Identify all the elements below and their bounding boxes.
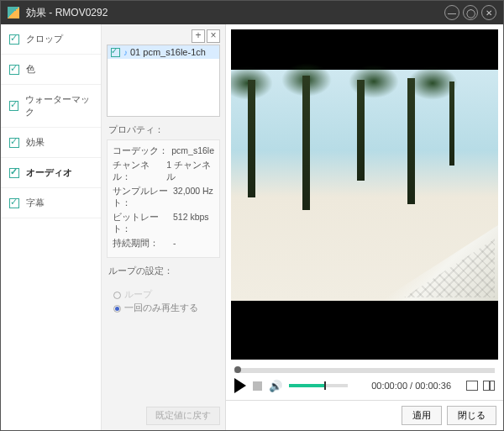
checkbox-icon[interactable] (111, 48, 120, 57)
compare-button[interactable] (483, 381, 495, 391)
track-row[interactable]: ♪ 01 pcm_s16le-1ch (108, 45, 219, 59)
apply-button[interactable]: 適用 (402, 406, 442, 425)
sidebar-item-label: 効果 (26, 136, 45, 149)
track-list[interactable]: ♪ 01 pcm_s16le-1ch (107, 45, 220, 117)
sidebar-item-audio[interactable]: オーディオ (1, 158, 101, 188)
maximize-button[interactable]: ◯ (463, 5, 478, 20)
properties-panel: + × ♪ 01 pcm_s16le-1ch プロパティ： コーデック：pcm_… (102, 24, 226, 430)
video-preview[interactable] (231, 29, 498, 360)
loop-title: ループの設定： (108, 265, 220, 277)
prop-value: 1 チャンネル (166, 160, 214, 183)
prop-key: ビットレート： (113, 212, 173, 235)
option-label: 一回のみ再生する (124, 302, 198, 314)
prop-value: 32,000 Hz (173, 186, 213, 209)
prop-key: チャンネル： (113, 160, 166, 183)
close-window-button[interactable]: ✕ (481, 5, 496, 20)
sidebar-item-label: ウォーターマック (25, 93, 92, 118)
add-track-button[interactable]: + (192, 29, 205, 43)
window-title: 効果 - RMOV0292 (26, 6, 108, 20)
sidebar-item-label: 字幕 (26, 197, 45, 209)
sidebar-item-crop[interactable]: クロップ (1, 24, 101, 55)
sidebar: クロップ 色 ウォーターマック 効果 オーディオ 字幕 (1, 24, 102, 430)
volume-icon[interactable]: 🔊 (269, 380, 282, 392)
sidebar-item-label: 色 (26, 63, 35, 76)
radio-icon (113, 305, 121, 313)
track-label: 01 pcm_s16le-1ch (130, 47, 206, 57)
properties-title: プロパティ： (108, 124, 220, 136)
sidebar-item-effect[interactable]: 効果 (1, 128, 101, 158)
properties-box: コーデック：pcm_s16le チャンネル：1 チャンネル サンプルレート：32… (107, 139, 220, 258)
loop-settings: ループ 一回のみ再生する (107, 286, 220, 318)
prop-key: サンプルレート： (113, 186, 173, 209)
titlebar: 効果 - RMOV0292 — ◯ ✕ (1, 1, 503, 24)
loop-option-once[interactable]: 一回のみ再生する (113, 302, 218, 314)
scrub-handle[interactable] (234, 366, 241, 373)
dialog-footer: 適用 閉じる (226, 400, 503, 430)
checkbox-icon (9, 65, 19, 75)
sidebar-item-color[interactable]: 色 (1, 55, 101, 85)
time-display: 00:00:00 / 00:00:36 (371, 381, 451, 391)
checkbox-icon (9, 168, 19, 178)
sidebar-item-label: クロップ (26, 33, 63, 45)
checkbox-icon (9, 101, 18, 111)
option-label: ループ (124, 289, 152, 301)
preview-panel: 🔊 00:00:00 / 00:00:36 適用 閉じる (226, 24, 503, 430)
sidebar-item-label: オーディオ (26, 166, 72, 179)
stop-button[interactable] (253, 381, 262, 391)
scrub-bar[interactable] (234, 368, 495, 373)
checkbox-icon (9, 138, 19, 148)
prop-key: コーデック： (113, 145, 171, 157)
checkbox-icon (9, 198, 19, 208)
loop-option-loop[interactable]: ループ (113, 289, 218, 301)
checkbox-icon (9, 34, 19, 45)
radio-icon (113, 292, 121, 299)
reset-defaults-button[interactable]: 既定値に戻す (146, 407, 220, 425)
prop-key: 持続期間： (113, 238, 173, 250)
prop-value: 512 kbps (173, 212, 209, 235)
playback-controls: 🔊 00:00:00 / 00:00:36 (226, 373, 503, 400)
sidebar-item-subtitle[interactable]: 字幕 (1, 188, 101, 218)
app-icon (8, 7, 19, 18)
close-button[interactable]: 閉じる (447, 406, 496, 425)
volume-slider[interactable] (289, 384, 348, 387)
prop-value: - (173, 238, 176, 250)
prop-value: pcm_s16le (171, 145, 214, 157)
snapshot-button[interactable] (466, 381, 478, 391)
sidebar-item-watermark[interactable]: ウォーターマック (1, 85, 101, 128)
minimize-button[interactable]: — (444, 5, 459, 20)
remove-track-button[interactable]: × (207, 29, 220, 43)
music-note-icon: ♪ (123, 48, 128, 57)
play-button[interactable] (234, 378, 246, 393)
